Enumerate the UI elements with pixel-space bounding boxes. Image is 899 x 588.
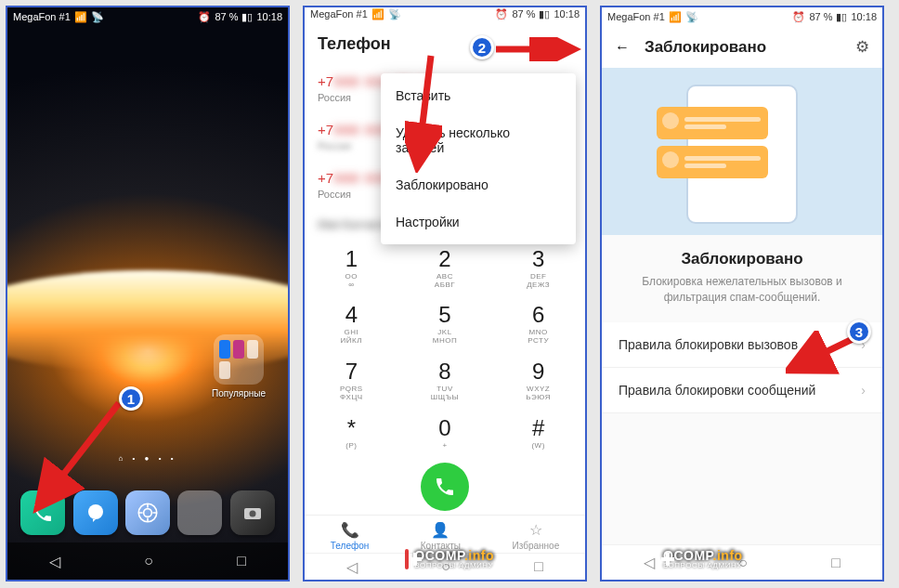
key-subtext: (W)	[491, 442, 585, 451]
google-folder-icon[interactable]	[177, 490, 222, 535]
key-subtext: +	[398, 442, 492, 451]
call-prefix: +7	[318, 73, 333, 89]
key-number: 4	[305, 302, 398, 328]
call-location: Россия	[318, 140, 351, 151]
step-badge-3: 3	[847, 320, 871, 344]
nav-recent[interactable]: □	[534, 558, 543, 575]
nav-recent[interactable]: □	[237, 553, 246, 569]
wifi-icon: 📡	[388, 8, 401, 20]
chevron-right-icon: ›	[861, 383, 866, 398]
clock-label: 10:18	[256, 11, 282, 22]
dial-key-5[interactable]: 5JKL МНОП	[398, 296, 492, 353]
nav-back[interactable]: ◁	[346, 558, 358, 576]
rule-message-blocking[interactable]: Правила блокировки сообщений ›	[602, 368, 882, 413]
nav-back[interactable]: ◁	[644, 554, 655, 571]
phone-app-icon[interactable]	[20, 490, 65, 535]
alarm-icon: ⏰	[792, 11, 805, 23]
messages-app-icon[interactable]	[73, 490, 118, 535]
dial-key-9[interactable]: 9WXYZ ЬЭЮЯ	[491, 353, 585, 410]
tab-favorites[interactable]: ☆Избранное	[513, 521, 560, 551]
clock-label: 10:18	[851, 11, 877, 22]
rule-call-blocking[interactable]: Правила блокировки вызовов ›	[602, 322, 882, 368]
gear-icon[interactable]: ⚙	[855, 37, 869, 57]
nav-back[interactable]: ◁	[49, 553, 60, 570]
dock	[7, 490, 288, 535]
blocked-subtitle: Блокировка нежелательных вызовов и фильт…	[602, 274, 882, 322]
dial-key-4[interactable]: 4GHI ИЙКЛ	[305, 296, 398, 353]
tab-label: Контакты	[421, 541, 461, 551]
back-icon[interactable]: ←	[615, 39, 630, 56]
call-prefix: +7	[318, 122, 333, 137]
tab-label: Телефон	[331, 541, 369, 551]
dial-key-6[interactable]: 6MNO РСТУ	[491, 296, 585, 353]
key-subtext: GHI ИЙКЛ	[305, 329, 398, 346]
key-number: 0	[398, 415, 492, 441]
nav-home[interactable]: ○	[738, 555, 748, 571]
call-button[interactable]	[421, 463, 469, 511]
key-subtext: ABC АБВГ	[398, 273, 492, 290]
contacts-tab-icon: 👤	[421, 521, 461, 539]
battery-icon: ▮▯	[836, 11, 847, 23]
menu-item-blocked[interactable]: Заблокировано	[381, 166, 576, 203]
call-prefix: +7	[318, 170, 333, 186]
phone-tab-icon: 📞	[331, 521, 369, 539]
dial-key-2[interactable]: 2ABC АБВГ	[398, 241, 492, 297]
svg-point-4	[249, 511, 255, 517]
dial-key-0[interactable]: 0+	[398, 410, 492, 458]
key-subtext: JKL МНОП	[398, 329, 492, 346]
screen-blocked: MegaFon #1 📶 📡 ⏰ 87 % ▮▯ 10:18 ← Заблоки…	[600, 6, 884, 581]
key-number: 7	[305, 359, 398, 385]
nav-bar: ◁ ○ □	[7, 542, 288, 580]
key-subtext: MNO РСТУ	[491, 329, 585, 346]
wifi-icon: 📡	[685, 11, 698, 23]
dial-key-3[interactable]: 3DEF ДЕЖЗ	[491, 241, 585, 297]
blocked-title: Заблокировано	[645, 38, 840, 57]
dial-key-1[interactable]: 1ОО ∞	[305, 241, 398, 297]
folder-label: Популярные	[210, 388, 267, 399]
call-location: Россия	[318, 92, 351, 103]
status-bar: MegaFon #1 📶 📡 ⏰ 87 % ▮▯ 10:18	[602, 7, 882, 26]
dial-key-7[interactable]: 7PQRS ФХЦЧ	[305, 353, 398, 410]
key-number: 9	[491, 359, 585, 385]
key-number: 3	[491, 246, 585, 272]
battery-label: 87 %	[809, 11, 832, 22]
tab-phone[interactable]: 📞Телефон	[331, 521, 369, 551]
step-badge-1: 1	[119, 386, 143, 411]
carrier-label: MegaFon #1	[607, 11, 665, 22]
nav-home[interactable]: ○	[144, 553, 153, 569]
key-subtext: TUV ШЩЪЫ	[398, 385, 492, 402]
svg-point-2	[144, 509, 152, 517]
dial-key-8[interactable]: 8TUV ШЩЪЫ	[398, 353, 492, 410]
key-subtext: DEF ДЕЖЗ	[491, 273, 585, 290]
step-badge-2: 2	[470, 35, 494, 59]
key-number: 8	[398, 359, 492, 385]
dial-keypad: 1ОО ∞2ABC АБВГ3DEF ДЕЖЗ4GHI ИЙКЛ5JKL МНО…	[305, 241, 585, 458]
overflow-menu-icon[interactable]: ⋮	[544, 31, 572, 59]
signal-icon: 📶	[371, 8, 384, 20]
folder-popular[interactable]: Популярные	[210, 334, 267, 399]
call-location: Россия	[318, 189, 351, 200]
nav-recent[interactable]: □	[831, 555, 840, 571]
battery-label: 87 %	[215, 11, 238, 22]
menu-item-paste[interactable]: Вставить	[381, 77, 576, 114]
dial-key-*[interactable]: *(P)	[305, 410, 398, 458]
dial-key-#[interactable]: #(W)	[491, 410, 585, 458]
browser-app-icon[interactable]	[125, 490, 170, 535]
key-number: *	[305, 415, 398, 441]
nav-bar: ◁ ○ □	[602, 544, 882, 580]
svg-point-0	[88, 504, 103, 519]
tab-label: Избранное	[513, 541, 560, 551]
carrier-label: MegaFon #1	[13, 11, 71, 22]
clock-label: 10:18	[554, 8, 580, 20]
alarm-icon: ⏰	[198, 11, 211, 23]
key-subtext: PQRS ФХЦЧ	[305, 385, 398, 402]
menu-item-delete[interactable]: Удалить несколько записей	[381, 114, 576, 166]
battery-label: 87 %	[512, 8, 535, 20]
camera-app-icon[interactable]	[230, 490, 275, 535]
key-number: 2	[398, 246, 492, 272]
tab-contacts[interactable]: 👤Контакты	[421, 521, 461, 551]
signal-icon: 📶	[669, 11, 682, 23]
battery-icon: ▮▯	[539, 8, 550, 20]
menu-item-settings[interactable]: Настройки	[381, 203, 576, 241]
nav-home[interactable]: ○	[441, 558, 450, 575]
